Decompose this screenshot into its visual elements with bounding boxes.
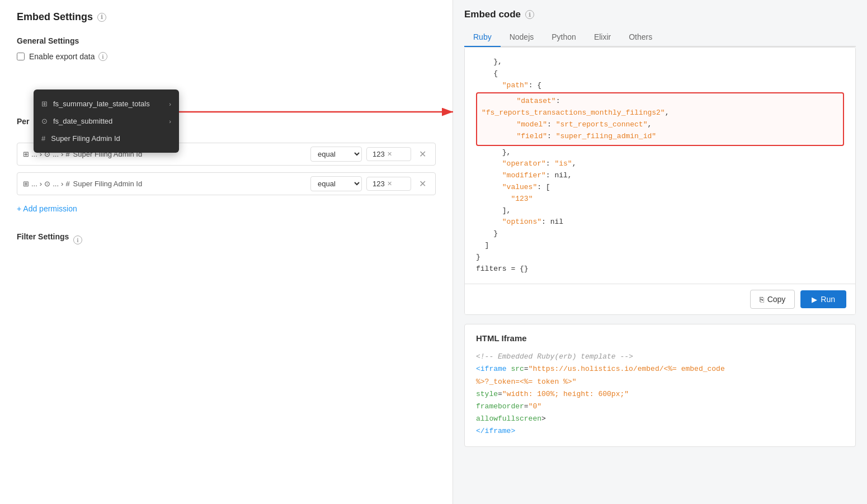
dropdown-item-1[interactable]: ⊞ fs_summary_late_state_totals › xyxy=(34,95,179,112)
code-container: }, { "path": { "dataset": "fs_reports_tr… xyxy=(464,47,856,315)
tab-ruby[interactable]: Ruby xyxy=(464,28,501,47)
code-line-6: "model": "srt_reports_connect", xyxy=(482,119,838,131)
embed-settings-title: Embed Settings ℹ xyxy=(17,11,436,23)
code-line-12: "123" xyxy=(476,194,844,205)
dropdown-item-3-label: Super Filing Admin Id xyxy=(51,134,120,143)
code-line-4: "dataset": xyxy=(482,96,838,107)
iframe-line-5: frameborder="0" xyxy=(476,401,844,413)
tag-remove-2[interactable]: ✕ xyxy=(387,180,392,187)
code-line-8: }, xyxy=(476,147,844,159)
code-line-14: "options": nil xyxy=(476,216,844,228)
dropdown-item-2-label: fs_date_submitted xyxy=(53,117,112,125)
perm-operator-select-2[interactable]: equal not equal xyxy=(310,176,362,191)
right-panel: Embed code ℹ Ruby Nodejs Python Elixir O… xyxy=(453,0,867,504)
iframe-line-2: <iframe src="https://us.holistics.io/emb… xyxy=(476,363,844,375)
chevron-icon-2: › xyxy=(169,118,171,125)
code-line-18: filters = {} xyxy=(476,263,844,275)
highlight-box: "dataset": "fs_reports_transactions_mont… xyxy=(476,92,844,145)
filter-settings-title: Filter Settings xyxy=(17,232,69,241)
perm-path-2: ⊞ ... › ⊙ ... › # Super Filing Admin Id xyxy=(23,180,306,188)
enable-export-checkbox[interactable] xyxy=(17,53,25,60)
code-line-13: ], xyxy=(476,205,844,217)
add-permission-button[interactable]: + Add permission xyxy=(17,202,77,215)
enable-export-row: Enable export data ℹ xyxy=(17,52,436,61)
perm-dataset-icon-2: ⊞ xyxy=(23,180,29,188)
remove-row-1-button[interactable]: ✕ xyxy=(416,148,430,161)
tab-others[interactable]: Others xyxy=(620,28,661,47)
code-line-9: "operator": "is", xyxy=(476,158,844,170)
general-settings-title: General Settings xyxy=(17,36,436,45)
iframe-line-1: <!-- Embedded Ruby(erb) template --> xyxy=(476,351,844,363)
dropdown-item-3[interactable]: # Super Filing Admin Id xyxy=(34,130,179,147)
iframe-section-title: HTML Iframe xyxy=(476,333,844,343)
code-line-3: "path": { xyxy=(476,80,844,92)
iframe-code-block: <!-- Embedded Ruby(erb) template --> <if… xyxy=(476,351,844,437)
left-panel: Embed Settings ℹ General Settings Enable… xyxy=(0,0,453,504)
tag-remove-1[interactable]: ✕ xyxy=(387,150,392,158)
embed-code-title: Embed code xyxy=(464,9,521,20)
code-actions: ⎘ Copy ▶ Run xyxy=(465,284,855,314)
field-icon: # xyxy=(41,134,45,143)
perm-dataset-icon-1: ⊞ xyxy=(23,150,29,158)
enable-export-label: Enable export data ℹ xyxy=(29,52,107,61)
iframe-line-4: style="width: 100%; height: 600px;" xyxy=(476,388,844,401)
dropdown-item-1-label: fs_summary_late_state_totals xyxy=(53,100,150,108)
dataset-icon: ⊞ xyxy=(41,100,48,108)
iframe-section: HTML Iframe <!-- Embedded Ruby(erb) temp… xyxy=(464,324,856,447)
code-line-1: }, xyxy=(476,56,844,68)
embed-settings-info-icon[interactable]: ℹ xyxy=(97,13,106,22)
copy-icon: ⎘ xyxy=(760,295,764,304)
perm-operator-select-1[interactable]: equal not equal xyxy=(310,147,362,162)
filter-section: Filter Settings ℹ xyxy=(17,232,436,248)
iframe-line-3: %>?_token=<%= token %>" xyxy=(476,376,844,388)
embed-settings-label: Embed Settings xyxy=(17,11,93,23)
copy-label: Copy xyxy=(767,295,786,304)
embed-code-info-icon[interactable]: ℹ xyxy=(525,10,534,19)
code-line-15: } xyxy=(476,228,844,240)
run-button[interactable]: ▶ Run xyxy=(800,290,846,308)
tab-elixir[interactable]: Elixir xyxy=(585,28,620,47)
field-dropdown: ⊞ fs_summary_late_state_totals › ⊙ fs_da… xyxy=(34,90,179,153)
run-icon: ▶ xyxy=(812,295,817,304)
iframe-line-6: allowfullscreen> xyxy=(476,413,844,425)
chevron-icon-1: › xyxy=(169,101,171,107)
permission-section: ⊞ ... › ⊙ ... › # Super Filing Admin Id … xyxy=(17,143,436,215)
code-line-5: "fs_reports_transactions_monthly_filings… xyxy=(482,107,838,119)
enable-export-info-icon[interactable]: ℹ xyxy=(98,52,107,61)
code-line-16: ] xyxy=(476,240,844,252)
perm-field-icon-2: # xyxy=(65,180,69,188)
model-icon: ⊙ xyxy=(41,117,48,125)
filter-settings-info-icon[interactable]: ℹ xyxy=(73,235,82,244)
perm-field-label-2: Super Filing Admin Id xyxy=(73,180,143,188)
run-label: Run xyxy=(821,295,835,304)
code-line-17: } xyxy=(476,252,844,263)
code-line-2: { xyxy=(476,68,844,80)
dropdown-item-2[interactable]: ⊙ fs_date_submitted › xyxy=(34,112,179,130)
embed-code-header: Embed code ℹ xyxy=(464,9,856,20)
permission-section-label: Per xyxy=(17,117,30,126)
perm-model-icon-2: ⊙ xyxy=(44,180,50,188)
code-line-7: "field": "super_filing_admin_id" xyxy=(482,131,838,143)
perm-value-1: 123 ✕ xyxy=(366,147,411,161)
chevron-r-4: › xyxy=(61,180,63,188)
perm-value-2: 123 ✕ xyxy=(366,177,411,191)
chevron-r-3: › xyxy=(40,180,42,188)
permission-row-2: ⊞ ... › ⊙ ... › # Super Filing Admin Id … xyxy=(17,172,436,195)
tab-nodejs[interactable]: Nodejs xyxy=(501,28,543,47)
code-block: }, { "path": { "dataset": "fs_reports_tr… xyxy=(465,48,855,284)
copy-button[interactable]: ⎘ Copy xyxy=(750,290,795,309)
code-line-10: "modifier": nil, xyxy=(476,170,844,182)
iframe-line-7: </iframe> xyxy=(476,425,844,437)
tab-python[interactable]: Python xyxy=(543,28,585,47)
language-tabs: Ruby Nodejs Python Elixir Others xyxy=(464,28,856,47)
code-line-11: "values": [ xyxy=(476,182,844,194)
remove-row-2-button[interactable]: ✕ xyxy=(416,177,430,190)
